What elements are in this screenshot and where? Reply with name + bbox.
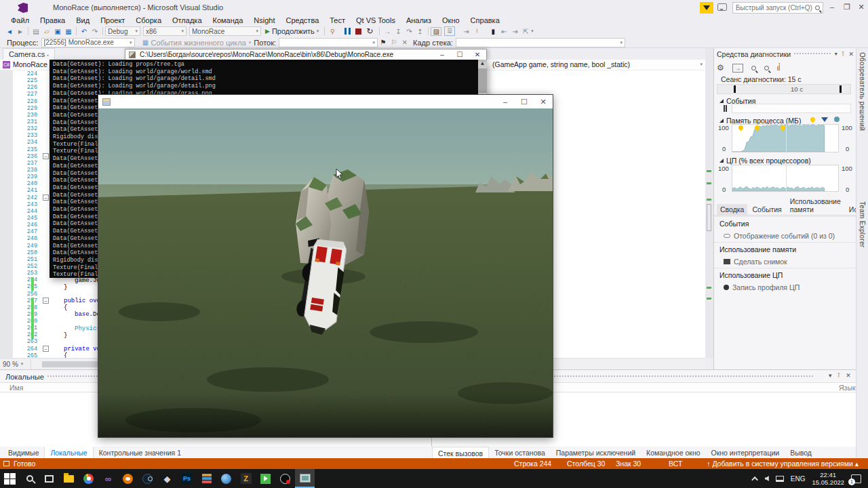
restart-icon[interactable]: ↻ bbox=[364, 26, 375, 36]
console-minimize-button[interactable]: – bbox=[433, 51, 451, 58]
open-file-icon[interactable]: ▱ bbox=[41, 28, 52, 35]
taskbar-icon-blue-app[interactable] bbox=[216, 469, 236, 488]
settings-gear-icon[interactable]: ⚙ bbox=[717, 63, 724, 73]
stack-frame-select[interactable]: ▾ bbox=[456, 38, 625, 47]
summary-action[interactable]: Отображение событий (0 из 0) bbox=[714, 230, 856, 242]
tab-точки-останова[interactable]: Точки останова bbox=[489, 447, 551, 459]
taskbar-icon-search[interactable] bbox=[20, 469, 39, 488]
navigate-back-icon[interactable]: ◄ bbox=[4, 28, 15, 35]
continue-icon[interactable]: ▶ bbox=[265, 28, 270, 35]
taskbar-icon-obs[interactable] bbox=[275, 469, 295, 488]
quick-launch-search[interactable]: Быстрый запуск (Ctrl+Q) bbox=[732, 2, 823, 14]
action-center-icon[interactable]: 1 bbox=[851, 474, 861, 483]
diagnostics-header[interactable]: Средства диагностики ▾ ⊺ ✕ bbox=[714, 48, 856, 60]
menu-файл[interactable]: Файл bbox=[5, 16, 35, 24]
code-line[interactable]: } bbox=[64, 332, 67, 339]
game-close-button[interactable]: ✕ bbox=[534, 95, 553, 108]
menu-средства[interactable]: Средства bbox=[281, 16, 325, 24]
console-scroll-thumb[interactable] bbox=[478, 68, 487, 93]
game-minimize-button[interactable]: – bbox=[496, 95, 515, 108]
menu-окно[interactable]: Окно bbox=[437, 16, 465, 24]
hot-reload-icon[interactable]: ⚲ bbox=[327, 28, 338, 35]
tab-командное-окно[interactable]: Командное окно bbox=[641, 447, 705, 459]
language-indicator[interactable]: ENG bbox=[791, 475, 806, 483]
pause-icon[interactable] bbox=[344, 28, 351, 35]
tab-вывод[interactable]: Вывод bbox=[785, 447, 817, 459]
zoom-in-icon[interactable] bbox=[751, 66, 756, 70]
chart-icon[interactable]: ιl̔ bbox=[777, 64, 780, 72]
close-panel-icon[interactable]: ✕ bbox=[848, 51, 854, 58]
clear-bookmarks-icon[interactable]: ⇱ bbox=[520, 28, 531, 35]
comment-icon[interactable]: ⍿ bbox=[471, 27, 482, 35]
menu-проект[interactable]: Проект bbox=[95, 16, 130, 24]
process-select[interactable]: [22556] MonoRace.exe▾ bbox=[41, 38, 135, 47]
platform-select[interactable]: x86▾ bbox=[143, 26, 186, 36]
redo-icon[interactable]: ↷ bbox=[90, 28, 100, 35]
tab-стек-вызовов[interactable]: Стек вызовов bbox=[432, 447, 489, 459]
taskbar-icon-task-view[interactable] bbox=[39, 469, 59, 488]
taskbar-icon-chrome[interactable] bbox=[79, 469, 98, 488]
project-dropdown[interactable]: C# MonoRace bbox=[3, 60, 47, 68]
flag-filter-icon[interactable]: ⚑ bbox=[378, 39, 389, 46]
add-to-source-control[interactable]: ↑ Добавить в систему управления версиями… bbox=[707, 460, 859, 468]
tray-chevron-icon[interactable] bbox=[751, 476, 758, 483]
tab-видимые[interactable]: Видимые bbox=[3, 447, 44, 459]
step-into-icon[interactable]: ↧ bbox=[393, 28, 403, 35]
outline-collapse-icon[interactable]: – bbox=[43, 153, 49, 159]
timeline-start-marker[interactable] bbox=[734, 85, 736, 93]
game-window-titlebar[interactable]: – ☐ ✕ bbox=[98, 95, 553, 108]
tab-team-explorer[interactable]: Team Explorer bbox=[859, 201, 866, 247]
outline-collapse-icon[interactable]: – bbox=[43, 298, 49, 304]
thread-select[interactable]: ▾ bbox=[279, 38, 378, 47]
close-button[interactable]: ✕ bbox=[855, 0, 867, 14]
taskbar-icon-unity[interactable]: ◆ bbox=[157, 469, 177, 488]
dropdown-icon[interactable]: ▾ bbox=[829, 372, 832, 379]
editor-vertical-scrollbar[interactable] bbox=[705, 48, 713, 358]
save-icon[interactable]: ▣ bbox=[52, 28, 63, 35]
outline-collapse-icon[interactable]: – bbox=[43, 346, 49, 352]
menu-команда[interactable]: Команда bbox=[208, 16, 249, 24]
scroll-up-icon[interactable]: ▲ bbox=[478, 60, 487, 68]
code-line[interactable]: } bbox=[64, 284, 67, 291]
tab-контрольные-значения-1[interactable]: Контрольные значения 1 bbox=[94, 447, 186, 459]
volume-icon[interactable] bbox=[765, 476, 769, 481]
tab-solution-explorer[interactable]: Обозреватель решений bbox=[859, 52, 866, 131]
save-all-icon[interactable]: ▦ bbox=[63, 28, 74, 35]
step-over-icon[interactable]: ↷ bbox=[403, 28, 414, 35]
menu-тест[interactable]: Тест bbox=[324, 16, 351, 24]
console-maximize-button[interactable]: ☐ bbox=[451, 51, 469, 58]
configuration-select[interactable]: Debug▾ bbox=[105, 26, 140, 36]
dropdown-icon[interactable]: ▾ bbox=[835, 51, 837, 57]
zoom-out-icon[interactable] bbox=[764, 66, 769, 70]
diag-tab-2[interactable]: Использование памяти bbox=[787, 196, 844, 215]
summary-action[interactable]: Запись профиля ЦП bbox=[714, 281, 856, 293]
summary-action[interactable]: Сделать снимок bbox=[714, 256, 856, 268]
taskbar-icon-game-window[interactable] bbox=[295, 469, 315, 488]
bookmark-icon[interactable]: ▮ bbox=[488, 28, 498, 35]
diag-tab-0[interactable]: Сводка bbox=[717, 204, 747, 215]
lifecycle-events-button[interactable]: События жизненного цикла bbox=[151, 39, 246, 47]
menu-анализ[interactable]: Анализ bbox=[401, 16, 437, 24]
console-close-button[interactable]: ✕ bbox=[469, 51, 486, 58]
show-next-statement-icon[interactable]: → bbox=[382, 28, 393, 35]
code-line[interactable]: { bbox=[64, 352, 67, 358]
console-window-titlebar[interactable]: C:\Users\Богдан\source\repos\MonoRace\Mo… bbox=[125, 49, 487, 60]
tab-окно-интерпретации[interactable]: Окно интерпретации bbox=[706, 447, 785, 459]
menu-отладка[interactable]: Отладка bbox=[167, 16, 207, 24]
minimize-button[interactable]: – bbox=[826, 0, 838, 14]
network-icon[interactable] bbox=[776, 476, 784, 482]
prev-bookmark-icon[interactable]: ⇤ bbox=[498, 28, 509, 35]
tray-clock[interactable]: 22:41 15.05.2022 bbox=[812, 471, 844, 486]
pin-icon[interactable]: ⊺ bbox=[842, 51, 845, 58]
menu-справка[interactable]: Справка bbox=[465, 16, 505, 24]
taskbar-icon-visual-studio[interactable]: ∞ bbox=[98, 469, 118, 488]
pin-icon[interactable]: ⊺ bbox=[837, 372, 841, 379]
callstack-pane-buttons[interactable]: ▾ ⊺ ✕ bbox=[829, 372, 851, 379]
menu-вид[interactable]: Вид bbox=[71, 16, 95, 24]
game-3d-viewport[interactable] bbox=[98, 108, 553, 437]
taskbar-icon-video-app[interactable] bbox=[256, 469, 275, 488]
send-feedback-icon[interactable] bbox=[717, 3, 727, 11]
game-maximize-button[interactable]: ☐ bbox=[515, 95, 534, 108]
outline-collapse-icon[interactable]: – bbox=[43, 195, 49, 201]
game-window[interactable]: – ☐ ✕ bbox=[98, 94, 553, 438]
